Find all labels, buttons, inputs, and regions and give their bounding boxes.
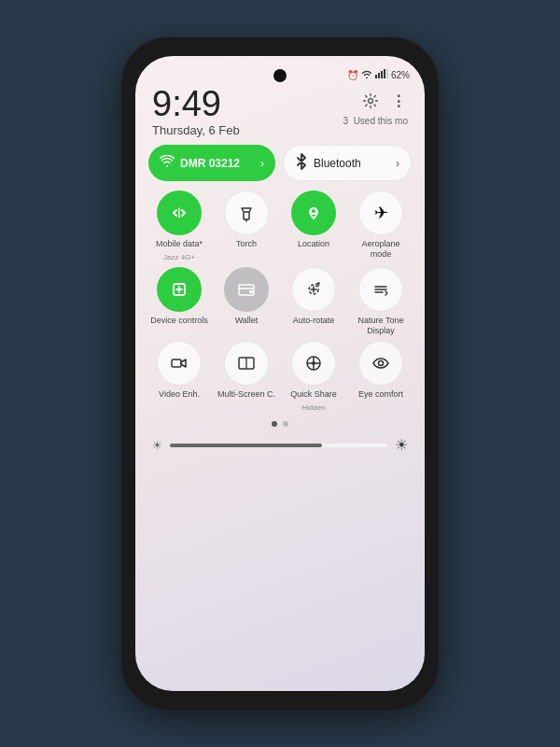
quick-tiles-row: DMR 03212 › Bluetooth › bbox=[135, 145, 425, 190]
location-circle bbox=[291, 190, 336, 235]
multi-screen-label: Multi-Screen C. bbox=[217, 389, 275, 400]
dot-1 bbox=[272, 421, 277, 427]
svg-rect-18 bbox=[172, 359, 181, 367]
svg-rect-6 bbox=[244, 212, 249, 219]
wifi-chevron: › bbox=[260, 157, 264, 170]
wallet-label: Wallet bbox=[235, 316, 259, 326]
dot-2 bbox=[283, 421, 288, 427]
wifi-ssid: DMR 03212 bbox=[180, 157, 255, 170]
more-options-icon[interactable]: ⋮ bbox=[389, 92, 408, 110]
svg-rect-11 bbox=[249, 290, 253, 293]
clock-right-icons: ⋮ bbox=[359, 90, 408, 112]
toggle-airplane[interactable]: ✈ Aeroplane mode bbox=[350, 190, 412, 261]
quick-share-sublabel: Hidden bbox=[301, 403, 325, 412]
notif-count: 3 bbox=[343, 116, 349, 126]
brightness-min-icon: ☀ bbox=[152, 439, 162, 452]
phone-screen: ⏰ 62% bbox=[135, 56, 425, 691]
wifi-tile[interactable]: DMR 03212 › bbox=[148, 145, 275, 181]
eye-comfort-label: Eye comfort bbox=[358, 389, 403, 400]
bluetooth-icon bbox=[295, 153, 308, 173]
auto-rotate-circle bbox=[291, 267, 336, 312]
svg-rect-3 bbox=[384, 69, 385, 78]
toggle-multi-screen[interactable]: Multi-Screen C. bbox=[216, 341, 277, 412]
brightness-fill bbox=[170, 444, 322, 447]
svg-point-5 bbox=[369, 99, 373, 104]
video-enh-label: Video Enh. bbox=[159, 389, 200, 400]
battery-text: 62% bbox=[391, 70, 410, 80]
svg-rect-4 bbox=[386, 69, 388, 78]
phone-outer: ⏰ 62% bbox=[121, 37, 439, 710]
clock-left: 9:49 Thursday, 6 Feb bbox=[152, 86, 240, 137]
clock-date: Thursday, 6 Feb bbox=[152, 123, 240, 137]
toggle-grid: Mobile data* Jazz 4G+ Torch bbox=[135, 190, 425, 417]
settings-icon[interactable] bbox=[359, 90, 382, 112]
toggle-device-controls[interactable]: Device controls bbox=[148, 267, 210, 336]
svg-rect-10 bbox=[239, 285, 254, 295]
airplane-circle: ✈ bbox=[358, 190, 403, 235]
toggle-video-enh[interactable]: Video Enh. bbox=[148, 341, 210, 412]
svg-rect-1 bbox=[378, 73, 380, 78]
torch-label: Torch bbox=[236, 239, 257, 249]
toggle-nature-tone[interactable]: Nature Tone Display bbox=[350, 267, 412, 336]
status-icons: ⏰ 62% bbox=[347, 69, 410, 80]
bluetooth-chevron: › bbox=[396, 157, 399, 170]
mobile-data-label: Mobile data* bbox=[156, 239, 203, 249]
brightness-max-icon: ☀ bbox=[395, 436, 408, 454]
bluetooth-tile[interactable]: Bluetooth › bbox=[283, 145, 412, 181]
nature-tone-circle bbox=[358, 267, 403, 312]
clock-time: 9:49 bbox=[152, 86, 240, 121]
svg-point-25 bbox=[379, 361, 384, 366]
brightness-bar[interactable] bbox=[170, 444, 387, 447]
auto-rotate-label: Auto-rotate bbox=[293, 316, 335, 326]
toggle-auto-rotate[interactable]: Auto-rotate bbox=[283, 267, 344, 336]
toggle-torch[interactable]: Torch bbox=[216, 190, 277, 261]
svg-rect-0 bbox=[375, 75, 377, 78]
notification-label: 3 Used this mo bbox=[343, 116, 408, 126]
camera-hole bbox=[273, 69, 287, 82]
alarm-icon: ⏰ bbox=[347, 70, 358, 80]
multi-screen-circle bbox=[224, 341, 269, 386]
svg-point-24 bbox=[312, 361, 315, 365]
toggle-wallet[interactable]: Wallet bbox=[216, 267, 277, 336]
torch-circle bbox=[224, 190, 269, 235]
toggle-eye-comfort[interactable]: Eye comfort bbox=[350, 341, 412, 412]
device-controls-label: Device controls bbox=[150, 316, 208, 326]
mobile-data-circle bbox=[157, 190, 202, 235]
used-label: Used this mo bbox=[354, 116, 408, 126]
wallet-circle bbox=[224, 267, 269, 312]
bluetooth-label: Bluetooth bbox=[314, 157, 390, 170]
video-enh-circle bbox=[157, 341, 202, 386]
toggle-quick-share[interactable]: Quick Share Hidden bbox=[283, 341, 344, 412]
wifi-icon bbox=[361, 69, 372, 80]
signal-icon bbox=[375, 69, 388, 80]
clock-right: ⋮ 3 Used this mo bbox=[343, 86, 408, 126]
brightness-row[interactable]: ☀ ☀ bbox=[135, 430, 425, 459]
quick-share-circle bbox=[291, 341, 336, 386]
nature-tone-label: Nature Tone Display bbox=[350, 316, 412, 336]
toggle-mobile-data[interactable]: Mobile data* Jazz 4G+ bbox=[148, 190, 210, 261]
eye-comfort-circle bbox=[358, 341, 403, 386]
location-label: Location bbox=[298, 239, 329, 249]
wifi-tile-icon bbox=[160, 155, 175, 171]
svg-rect-2 bbox=[381, 71, 383, 78]
clock-area: 9:49 Thursday, 6 Feb ⋮ 3 Used this mo bbox=[135, 82, 425, 145]
page-dots bbox=[135, 417, 425, 430]
quick-share-label: Quick Share bbox=[290, 389, 337, 400]
airplane-label: Aeroplane mode bbox=[350, 239, 412, 260]
toggle-location[interactable]: Location bbox=[283, 190, 344, 261]
mobile-data-sublabel: Jazz 4G+ bbox=[163, 253, 195, 261]
device-controls-circle bbox=[157, 267, 202, 312]
